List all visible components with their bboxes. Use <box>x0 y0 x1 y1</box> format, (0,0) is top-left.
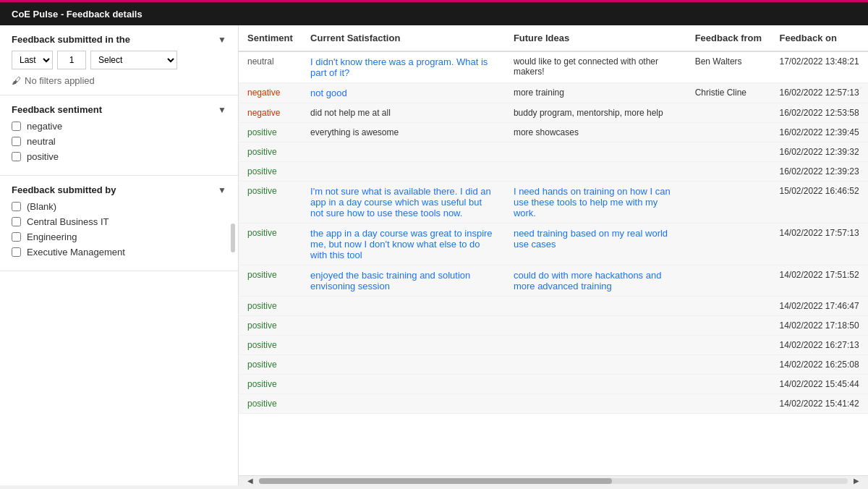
filter-time-header[interactable]: Feedback submitted in the ▼ <box>12 34 226 45</box>
cell-future-ideas <box>505 375 686 394</box>
cell-feedback-on: 14/02/2022 16:27:13 <box>770 336 868 355</box>
cell-future-ideas <box>505 162 686 182</box>
cell-sentiment: positive <box>239 162 302 182</box>
sidebar-scrollbar[interactable] <box>231 224 235 252</box>
sentiment-option-positive[interactable]: positive <box>12 151 226 162</box>
satisfaction-link[interactable]: enjoyed the basic training and solution … <box>310 270 470 292</box>
cell-future-ideas <box>505 297 686 316</box>
checkbox-label-central_business_it: Central Business IT <box>27 216 109 227</box>
checkbox-positive[interactable] <box>12 152 21 161</box>
checkbox-central_business_it[interactable] <box>12 217 21 226</box>
satisfaction-link[interactable]: not good <box>310 88 347 98</box>
checkbox-label-blank: (Blank) <box>27 201 56 212</box>
no-filters-label: 🖌 No filters applied <box>12 75 226 86</box>
checkbox-blank[interactable] <box>12 202 21 211</box>
table-row: positive16/02/2022 12:39:23 <box>239 162 868 182</box>
cell-feedback-on: 14/02/2022 15:45:44 <box>770 375 868 394</box>
cell-feedback-on: 16/02/2022 12:39:23 <box>770 162 868 182</box>
checkbox-label-engineering: Engineering <box>27 231 77 242</box>
cell-current-satisfaction: I'm not sure what is available there. I … <box>302 182 505 224</box>
sentiment-option-negative[interactable]: negative <box>12 121 226 132</box>
scroll-left-arrow[interactable]: ◀ <box>244 477 256 485</box>
cell-feedback-from <box>686 123 771 143</box>
last-value-input[interactable] <box>57 51 86 69</box>
chevron-down-icon-3: ▼ <box>218 185 226 195</box>
cell-feedback-from <box>686 265 771 297</box>
cell-current-satisfaction <box>302 355 505 375</box>
cell-current-satisfaction <box>302 143 505 162</box>
submitted-by-option-blank[interactable]: (Blank) <box>12 201 226 212</box>
period-select[interactable]: Select <box>90 51 177 69</box>
table-row: positive14/02/2022 16:27:13 <box>239 336 868 355</box>
scroll-thumb <box>259 478 612 484</box>
future-ideas-link[interactable]: I need hands on training on how I can us… <box>514 186 671 218</box>
col-feedback-on: Feedback on <box>770 25 868 51</box>
cell-future-ideas: more showcases <box>505 123 686 143</box>
table-header-row: Sentiment Current Satisfaction Future Id… <box>239 25 868 51</box>
table-row: positive14/02/2022 16:25:08 <box>239 355 868 375</box>
filter-icon: 🖌 <box>12 75 21 86</box>
submitted-by-option-executive_management[interactable]: Executive Management <box>12 247 226 258</box>
cell-future-ideas <box>505 355 686 375</box>
cell-feedback-on: 14/02/2022 15:41:42 <box>770 394 868 414</box>
table-row: neutralI didn't know there was a program… <box>239 51 868 83</box>
satisfaction-link[interactable]: I'm not sure what is available there. I … <box>310 186 491 218</box>
scroll-track[interactable] <box>259 478 848 484</box>
cell-sentiment: positive <box>239 394 302 414</box>
satisfaction-link[interactable]: I didn't know there was a program. What … <box>310 56 488 78</box>
col-sentiment: Sentiment <box>239 25 302 51</box>
horizontal-scrollbar[interactable]: ◀ ▶ <box>239 475 868 485</box>
cell-current-satisfaction: everything is awesome <box>302 123 505 143</box>
satisfaction-link[interactable]: the app in a day course was great to ins… <box>310 228 492 260</box>
cell-sentiment: positive <box>239 182 302 224</box>
cell-feedback-on: 14/02/2022 17:51:52 <box>770 265 868 297</box>
cell-current-satisfaction: the app in a day course was great to ins… <box>302 224 505 265</box>
sidebar: Feedback submitted in the ▼ Last Select … <box>0 25 239 485</box>
cell-feedback-from <box>686 182 771 224</box>
table-container[interactable]: Sentiment Current Satisfaction Future Id… <box>239 25 868 475</box>
table-row: negativedid not help me at allbuddy prog… <box>239 103 868 123</box>
cell-sentiment: negative <box>239 103 302 123</box>
table-row: positive14/02/2022 17:46:47 <box>239 297 868 316</box>
table-row: positivethe app in a day course was grea… <box>239 224 868 265</box>
cell-feedback-on: 17/02/2022 13:48:21 <box>770 51 868 83</box>
table-row: positiveI'm not sure what is available t… <box>239 182 868 224</box>
col-feedback-from: Feedback from <box>686 25 771 51</box>
sentiment-header[interactable]: Feedback sentiment ▼ <box>12 104 226 115</box>
cell-feedback-on: 14/02/2022 16:25:08 <box>770 355 868 375</box>
cell-current-satisfaction <box>302 336 505 355</box>
table-row: positive14/02/2022 15:41:42 <box>239 394 868 414</box>
submitted-by-option-engineering[interactable]: Engineering <box>12 231 226 242</box>
chevron-down-icon: ▼ <box>218 35 226 45</box>
submitted-by-option-central_business_it[interactable]: Central Business IT <box>12 216 226 227</box>
checkbox-executive_management[interactable] <box>12 247 21 257</box>
cell-feedback-on: 14/02/2022 17:46:47 <box>770 297 868 316</box>
cell-sentiment: positive <box>239 297 302 316</box>
cell-future-ideas <box>505 394 686 414</box>
cell-sentiment: positive <box>239 336 302 355</box>
cell-future-ideas: more training <box>505 83 686 103</box>
feedback-table: Sentiment Current Satisfaction Future Id… <box>239 25 868 414</box>
cell-feedback-on: 14/02/2022 17:57:13 <box>770 224 868 265</box>
future-ideas-link[interactable]: need training based on my real world use… <box>514 228 668 250</box>
future-ideas-link[interactable]: could do with more hackathons and more a… <box>514 270 662 292</box>
cell-future-ideas <box>505 336 686 355</box>
checkbox-neutral[interactable] <box>12 137 21 146</box>
cell-sentiment: positive <box>239 316 302 336</box>
cell-feedback-from: Christie Cline <box>686 83 771 103</box>
cell-feedback-from <box>686 224 771 265</box>
cell-current-satisfaction: did not help me at all <box>302 103 505 123</box>
cell-feedback-from <box>686 103 771 123</box>
checkbox-negative[interactable] <box>12 122 21 131</box>
cell-feedback-from <box>686 143 771 162</box>
scroll-right-arrow[interactable]: ▶ <box>851 477 862 485</box>
last-select[interactable]: Last <box>12 51 53 69</box>
submitted-by-header[interactable]: Feedback submitted by ▼ <box>12 184 226 195</box>
cell-feedback-from <box>686 297 771 316</box>
sentiment-option-neutral[interactable]: neutral <box>12 136 226 147</box>
table-row: positive16/02/2022 12:39:32 <box>239 143 868 162</box>
checkbox-engineering[interactable] <box>12 232 21 242</box>
cell-future-ideas: buddy program, mentorship, more help <box>505 103 686 123</box>
cell-feedback-from <box>686 162 771 182</box>
table-body: neutralI didn't know there was a program… <box>239 51 868 414</box>
